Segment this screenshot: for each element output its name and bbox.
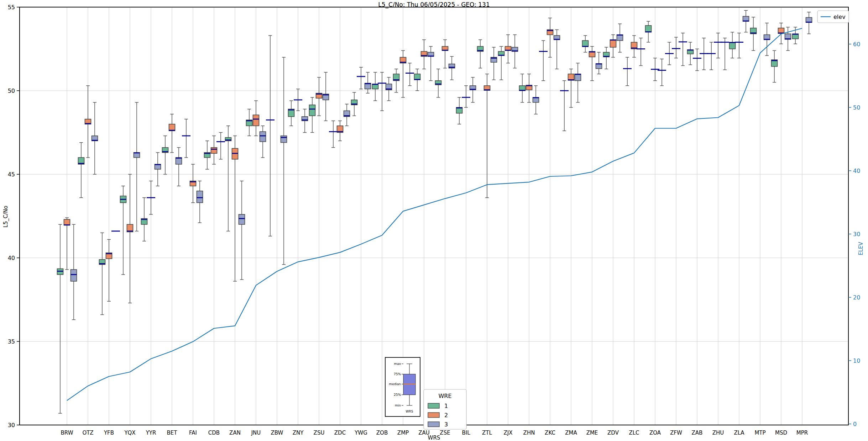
box-BET-wre3 bbox=[176, 148, 182, 186]
right-tick-label: 0 bbox=[853, 421, 857, 427]
wre-legend-label-3: 3 bbox=[444, 421, 448, 428]
box-ZLA-wre1 bbox=[730, 32, 736, 58]
box-ZKC-wre1 bbox=[539, 41, 548, 81]
y2-axis-label: ELEV bbox=[858, 231, 864, 266]
box-CDB-wre2 bbox=[211, 136, 217, 164]
box-body bbox=[645, 26, 652, 32]
box-ZKC-wre2 bbox=[547, 18, 553, 57]
box-ZAU-wre2 bbox=[421, 40, 427, 69]
box-ZAB-wre3 bbox=[700, 38, 708, 70]
box-MTP-wre3 bbox=[764, 23, 770, 56]
box-body bbox=[64, 219, 70, 225]
inset: max75%median25%minWRS bbox=[385, 357, 420, 416]
box-ZOA-wre2 bbox=[651, 58, 659, 80]
box-ZTL-wre3 bbox=[491, 47, 497, 80]
box-ZMA-wre2 bbox=[568, 69, 574, 107]
box-ZJX-wre3 bbox=[512, 35, 518, 68]
left-tick-label: 35 bbox=[8, 338, 15, 345]
box-ZLA-wre3 bbox=[743, 10, 749, 32]
box-MSD-wre1 bbox=[772, 51, 778, 82]
box-YQX-wre3 bbox=[134, 102, 140, 231]
box-ZOA-wre1 bbox=[645, 21, 652, 42]
box-ZOA-wre3 bbox=[658, 59, 666, 86]
box-body bbox=[575, 74, 581, 81]
box-BRW-wre3 bbox=[71, 224, 77, 320]
elev-polyline bbox=[67, 28, 802, 401]
box-ZLC-wre3 bbox=[637, 38, 645, 66]
box-ZDV-wre2 bbox=[610, 35, 616, 57]
box-YFB-wre1 bbox=[99, 233, 105, 315]
box-ZSU-wre1 bbox=[309, 97, 315, 133]
x-axis-label: WRS bbox=[0, 435, 868, 441]
box-body bbox=[253, 115, 259, 126]
box-body bbox=[309, 105, 315, 116]
left-tick-label: 45 bbox=[8, 171, 15, 178]
figure: 3035404550550102030405060BRWOTZYFBYQXYYR… bbox=[0, 0, 868, 441]
box-ZSE-wre3 bbox=[449, 57, 455, 80]
box-ZSE-wre2 bbox=[442, 40, 448, 68]
box-ZOB-wre3 bbox=[386, 77, 392, 101]
box-MSD-wre3 bbox=[785, 27, 791, 51]
box-ZHN-wre3 bbox=[533, 86, 539, 114]
box-YYR-wre1 bbox=[141, 198, 147, 241]
box-FAI-wre2 bbox=[190, 164, 196, 203]
elev-legend-label: elev bbox=[833, 14, 846, 20]
box-body bbox=[71, 270, 77, 281]
box-BRW-wre1 bbox=[57, 224, 63, 413]
box-OTZ-wre3 bbox=[92, 102, 98, 174]
box-ZHU-wre2 bbox=[714, 33, 722, 58]
box-ZMP-wre1 bbox=[393, 69, 399, 92]
box-YFB-wre2 bbox=[106, 239, 112, 301]
box-ZBW-wre3 bbox=[281, 57, 287, 265]
box-ZOB-wre1 bbox=[372, 72, 378, 101]
wre-swatch-2 bbox=[428, 413, 439, 418]
box-ZJX-wre2 bbox=[505, 35, 511, 63]
box-BIL-wre3 bbox=[470, 77, 476, 102]
box-YQX-wre1 bbox=[120, 186, 126, 275]
box-ZHN-wre1 bbox=[519, 74, 525, 102]
box-ZDV-wre3 bbox=[617, 24, 623, 52]
inset-label-max: max bbox=[394, 362, 401, 366]
elev-legend: elev bbox=[817, 11, 849, 23]
box-OTZ-wre2 bbox=[85, 86, 91, 158]
chart-title: L5_C/No: Thu 06/05/2025 - GEO: 131 bbox=[0, 1, 868, 8]
box-ZNY-wre3 bbox=[302, 109, 308, 133]
wre-swatch-1 bbox=[428, 403, 439, 408]
box-ZHU-wre3 bbox=[721, 38, 729, 70]
box-body bbox=[169, 124, 175, 131]
box-FAI-wre1 bbox=[182, 119, 190, 158]
wre-legend-label-1: 1 bbox=[444, 403, 448, 409]
box-ZAU-wre3 bbox=[428, 46, 434, 80]
box-BRW-wre2 bbox=[64, 218, 70, 270]
y-axis-label: L5_C/No bbox=[2, 199, 9, 234]
box-JNU-wre3 bbox=[260, 126, 266, 158]
box-BIL-wre1 bbox=[456, 97, 462, 124]
box-ZMA-wre3 bbox=[575, 63, 581, 102]
box-ZTL-wre2 bbox=[484, 74, 490, 198]
box-body bbox=[617, 35, 623, 41]
inset-xlabel: WRS bbox=[406, 410, 413, 413]
box-ZKC-wre3 bbox=[554, 30, 560, 69]
box-ZLC-wre2 bbox=[631, 36, 637, 57]
box-ZDV-wre1 bbox=[603, 47, 610, 69]
box-ZDC-wre2 bbox=[337, 121, 343, 141]
box-ZNY-wre2 bbox=[294, 89, 302, 111]
box-ZME-wre1 bbox=[582, 36, 589, 52]
box-ZLA-wre2 bbox=[735, 33, 743, 58]
wre-swatch-3 bbox=[428, 422, 439, 427]
left-tick-label: 50 bbox=[8, 87, 15, 94]
right-tick-label: 10 bbox=[853, 357, 860, 364]
box-ZFW-wre3 bbox=[679, 33, 687, 66]
box-BET-wre1 bbox=[162, 136, 168, 174]
inset-label-75%: 75% bbox=[394, 372, 401, 376]
box-ZSE-wre1 bbox=[435, 69, 441, 97]
box-body bbox=[281, 136, 287, 143]
box-YWG-wre2 bbox=[357, 67, 365, 89]
box-ZAB-wre2 bbox=[693, 49, 701, 71]
left-tick-label: 40 bbox=[8, 255, 15, 261]
box-ZMP-wre3 bbox=[406, 63, 414, 85]
box-JNU-wre1 bbox=[246, 109, 252, 136]
wre-legend: WRE123 bbox=[424, 389, 466, 429]
inset-label-min: min bbox=[395, 404, 401, 407]
box-YYR-wre3 bbox=[155, 153, 161, 186]
